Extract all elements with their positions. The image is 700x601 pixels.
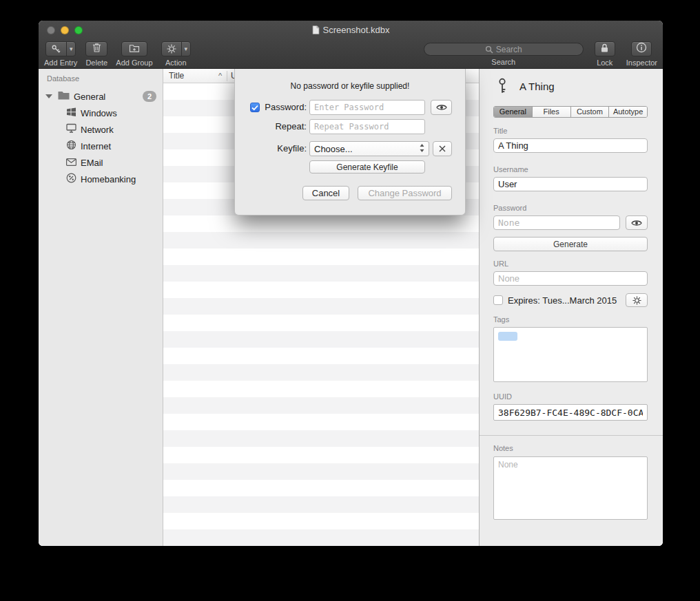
sidebar: Database General 2 Windows Network (39, 69, 163, 546)
toolbar-item-search: Search Search (424, 41, 584, 66)
add-entry-label: Add Entry (44, 59, 77, 67)
password-input[interactable] (309, 100, 425, 115)
add-group-button[interactable] (121, 41, 147, 56)
add-entry-dropdown[interactable]: ▾ (66, 42, 76, 56)
notes-field[interactable] (493, 456, 648, 520)
delete-button[interactable] (85, 41, 107, 56)
generate-keyfile-button[interactable]: Generate Keyfile (309, 160, 425, 173)
globe-icon (66, 140, 76, 153)
inspector-panel: A Thing General Files Custom Autotype Ti… (480, 69, 663, 546)
toolbar-item-delete: Delete (85, 41, 107, 67)
url-field[interactable] (493, 271, 648, 286)
column-divider[interactable] (227, 71, 227, 81)
search-input[interactable]: Search (424, 43, 584, 56)
password-field[interactable] (493, 215, 620, 230)
sidebar-item-label: Network (81, 125, 114, 135)
tab-autotype[interactable]: Autotype (608, 107, 647, 117)
toolbar-item-add-entry: ▾ Add Entry (44, 41, 77, 67)
sidebar-item-label: Windows (81, 108, 117, 118)
sidebar-item-label: EMail (81, 158, 103, 168)
repeat-password-input[interactable] (309, 119, 425, 134)
windows-icon (66, 107, 76, 120)
tags-label: Tags (493, 315, 509, 324)
title-field[interactable] (493, 138, 648, 153)
lock-button[interactable] (595, 41, 615, 56)
sidebar-item-email[interactable]: EMail (39, 154, 163, 171)
expires-label: Expires: Tues...March 2015 (508, 295, 617, 306)
sidebar-item-homebanking[interactable]: Homebanking (39, 171, 163, 187)
gear-icon (632, 296, 641, 305)
folder-plus-icon (129, 43, 140, 55)
disclosure-triangle-icon[interactable] (45, 94, 52, 98)
sidebar-group-label: General (74, 92, 105, 102)
generate-password-button[interactable]: Generate (493, 237, 648, 251)
action-button[interactable]: ▾ (161, 41, 192, 56)
url-label: URL (493, 260, 508, 268)
cancel-button[interactable]: Cancel (302, 186, 349, 200)
clear-keyfile-button[interactable] (433, 141, 452, 156)
lock-label: Lock (597, 59, 612, 67)
password-label: Password: (261, 100, 307, 115)
checkmark-icon (251, 105, 258, 111)
popup-chevrons-icon (420, 144, 424, 154)
key-icon (46, 42, 66, 56)
titlebar[interactable]: Screenshot.kdbx (39, 21, 663, 39)
search-icon (485, 45, 493, 54)
document-icon (312, 25, 320, 34)
change-password-sheet: No password or keyfile supplied! Passwor… (234, 69, 466, 215)
inspector-button[interactable] (631, 41, 652, 56)
sidebar-group-general[interactable]: General 2 (39, 88, 163, 105)
reveal-password-button[interactable] (626, 215, 648, 230)
chevron-down-icon: ▾ (185, 46, 188, 52)
inspector-divider (480, 435, 663, 436)
app-window: Screenshot.kdbx ▾ Add Entry (39, 21, 663, 546)
uuid-field[interactable] (493, 404, 648, 421)
sheet-message: No password or keyfile supplied! (235, 81, 465, 91)
add-entry-button[interactable]: ▾ (45, 41, 76, 56)
uuid-label: UUID (493, 392, 512, 401)
network-icon (66, 123, 76, 136)
password-checkbox[interactable] (250, 103, 260, 112)
sidebar-item-windows[interactable]: Windows (39, 105, 163, 121)
add-group-label: Add Group (116, 59, 152, 67)
info-icon (636, 42, 647, 56)
eye-icon (436, 103, 447, 112)
expires-settings-button[interactable] (626, 293, 648, 307)
percent-icon (66, 173, 76, 186)
sidebar-item-label: Internet (81, 141, 111, 151)
keyfile-label: Keyfile: (261, 141, 307, 156)
column-header-title[interactable]: Title (169, 69, 184, 83)
password-label: Password (493, 204, 526, 212)
sidebar-item-internet[interactable]: Internet (39, 138, 163, 154)
change-password-button[interactable]: Change Password (358, 186, 452, 200)
window-chrome: Screenshot.kdbx ▾ Add Entry (39, 21, 663, 69)
close-icon (439, 145, 446, 152)
trash-icon (92, 43, 101, 55)
keyfile-value: Choose... (314, 144, 353, 154)
inspector-label: Inspector (626, 59, 657, 67)
sort-ascending-icon: ^ (218, 69, 222, 83)
tab-general[interactable]: General (494, 107, 532, 117)
sidebar-item-network[interactable]: Network (39, 121, 163, 138)
action-dropdown[interactable]: ▾ (181, 42, 191, 56)
action-label: Action (165, 59, 187, 67)
entry-count-badge: 2 (143, 91, 156, 102)
chevron-down-icon: ▾ (70, 46, 73, 52)
toolbar: ▾ Add Entry Delete (39, 39, 663, 69)
notes-label: Notes (493, 444, 513, 452)
title-label: Title (493, 127, 507, 135)
sidebar-section-header: Database (47, 74, 79, 83)
username-field[interactable] (493, 177, 648, 191)
folder-icon (58, 90, 70, 103)
tab-custom[interactable]: Custom (570, 107, 609, 117)
tags-box[interactable] (493, 327, 648, 382)
toolbar-item-action: ▾ Action (161, 41, 192, 67)
tag-chip[interactable] (498, 332, 517, 341)
keyfile-popup[interactable]: Choose... (309, 141, 429, 156)
email-icon (66, 156, 76, 169)
reveal-password-button[interactable] (431, 100, 452, 115)
tab-files[interactable]: Files (532, 107, 570, 117)
delete-label: Delete (85, 59, 107, 67)
content-area: Database General 2 Windows Network (39, 69, 663, 546)
expires-checkbox[interactable] (493, 295, 503, 305)
